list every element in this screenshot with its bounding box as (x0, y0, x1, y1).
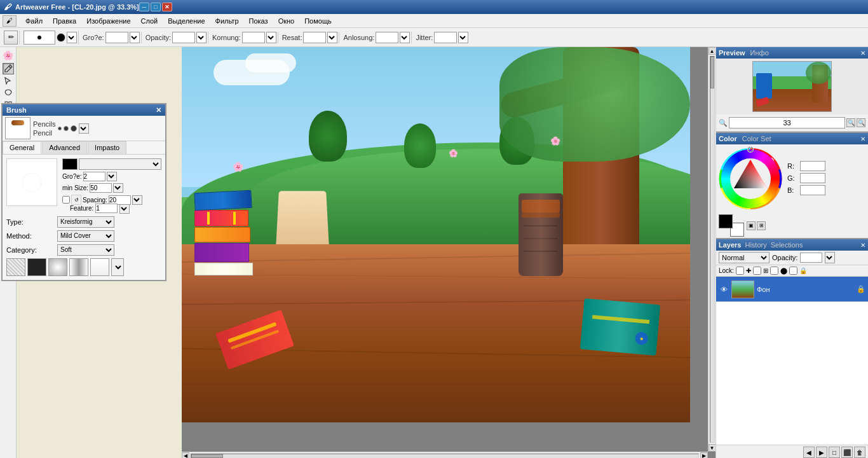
min-size-input[interactable] (90, 183, 112, 193)
minimize-button[interactable]: ─ (139, 3, 149, 11)
kornung-input[interactable]: 100 (242, 32, 265, 43)
spacing-dropdown[interactable] (132, 195, 142, 205)
add-layer-btn[interactable]: □ (829, 447, 840, 458)
delete-layer-btn[interactable]: 🗑 (854, 447, 865, 458)
texture-1[interactable] (6, 258, 25, 276)
kornung-dropdown[interactable] (266, 32, 276, 43)
opacity-dropdown[interactable] (825, 252, 835, 263)
size-dropdown[interactable] (130, 32, 140, 43)
navigate-right-btn[interactable]: ▶ (816, 447, 827, 458)
layers-close[interactable]: ✕ (860, 242, 865, 249)
scroll-down-btn[interactable]: ▼ (709, 444, 716, 452)
type-select[interactable]: Kreisformig (57, 216, 114, 228)
feature-input[interactable] (95, 204, 118, 213)
tab-advanced[interactable]: Advanced (42, 141, 87, 154)
layers-tab[interactable]: Layers (719, 241, 741, 249)
preview-close[interactable]: ✕ (860, 50, 865, 57)
zoom-minus-btn[interactable]: 🔍 (846, 118, 855, 127)
feature-dropdown[interactable] (119, 204, 130, 214)
close-button[interactable]: ✕ (162, 3, 172, 11)
zoom-plus-btn[interactable]: 🔍 (857, 118, 865, 127)
lock-check1[interactable] (736, 267, 744, 275)
layer-item[interactable]: 👁 Фон 🔒 (716, 277, 868, 302)
menu-help[interactable]: Помощь (299, 16, 337, 26)
lasso-tool[interactable] (3, 87, 14, 99)
texture-3[interactable] (48, 258, 67, 276)
special-tool-icon[interactable]: 🌸 (1, 48, 15, 62)
opacity-dropdown[interactable] (196, 32, 207, 43)
min-size-dropdown[interactable] (113, 183, 123, 193)
color-black[interactable] (62, 158, 78, 170)
resat-input[interactable]: 100 (303, 32, 326, 43)
color-tab[interactable]: Color (719, 135, 737, 142)
info-tab[interactable]: Инфо (750, 49, 769, 57)
scroll-right-btn[interactable]: ▶ (700, 452, 708, 459)
fg-swatch[interactable] (719, 214, 733, 228)
anlosung-input[interactable]: 0 (376, 32, 398, 43)
v-scroll-thumb[interactable] (710, 57, 714, 88)
lock-check3[interactable] (770, 267, 778, 275)
texture-2[interactable] (27, 258, 46, 276)
layer-eye-icon[interactable]: 👁 (719, 284, 729, 295)
menu-image[interactable]: Изображение (81, 16, 135, 26)
brush-dot-dropdown[interactable] (79, 123, 89, 134)
h-scroll-thumb[interactable] (191, 454, 223, 458)
history-tab[interactable]: History (745, 241, 766, 249)
texture-4[interactable] (69, 258, 88, 276)
v-scroll-track[interactable] (710, 56, 715, 443)
texture-5[interactable] (90, 258, 109, 276)
menu-edit[interactable]: Правка (48, 16, 81, 26)
g-input[interactable]: 0 (800, 173, 825, 183)
lock-check4[interactable] (789, 267, 797, 275)
texture-dropdown[interactable] (111, 258, 124, 276)
canvas-area[interactable]: 🌸 🌸 🌸 (182, 47, 715, 458)
menu-select[interactable]: Выделение (163, 16, 210, 26)
h-scroll-track[interactable] (191, 454, 699, 459)
navigate-left-btn[interactable]: ◀ (803, 447, 815, 458)
opacity-input[interactable]: 100 (800, 253, 822, 263)
menu-view[interactable]: Показ (244, 16, 273, 26)
groesse-input[interactable] (83, 172, 105, 181)
menu-layer[interactable]: Слой (136, 16, 163, 26)
jitter-dropdown[interactable] (458, 32, 468, 43)
main-canvas[interactable]: 🌸 🌸 🌸 (182, 47, 690, 422)
lock-check2[interactable] (753, 267, 761, 275)
menu-icon[interactable]: 🖌 (3, 15, 17, 27)
menu-filter[interactable]: Фильтр (210, 16, 244, 26)
r-input[interactable]: 0 (800, 161, 825, 171)
maximize-button[interactable]: □ (151, 3, 161, 11)
brush-size-dropdown[interactable] (67, 32, 77, 43)
resat-dropdown[interactable] (327, 32, 337, 43)
color-set-tab[interactable]: Color Set (742, 135, 771, 142)
brush-panel-close[interactable]: ✕ (156, 106, 161, 114)
zoom-search-input[interactable] (729, 117, 845, 128)
gradient-btn[interactable]: ▣ (747, 221, 756, 230)
color-panel-close[interactable]: ✕ (860, 135, 865, 142)
category-select[interactable]: Soft (57, 244, 114, 256)
color-wheel[interactable] (719, 147, 782, 211)
scroll-left-btn[interactable]: ◀ (182, 452, 189, 459)
brush-icon-btn[interactable]: ✏ (4, 31, 18, 45)
groesse-dropdown[interactable] (107, 172, 117, 181)
pattern-btn[interactable]: ⊞ (757, 221, 766, 230)
selections-tab[interactable]: Selections (771, 241, 803, 249)
opacity-input[interactable]: 100 (172, 32, 195, 43)
preview-tab[interactable]: Preview (719, 49, 745, 57)
rotation-checkbox[interactable] (62, 196, 70, 204)
brush-color-dropdown[interactable] (79, 158, 161, 170)
size-input[interactable]: 2 (105, 32, 128, 43)
menu-window[interactable]: Окно (273, 16, 300, 26)
b-input[interactable]: 0 (800, 185, 825, 195)
select-tool[interactable] (3, 75, 14, 87)
anlosung-dropdown[interactable] (400, 32, 410, 43)
tab-general[interactable]: General (3, 141, 41, 154)
jitter-input[interactable]: 0 (434, 32, 457, 43)
method-select[interactable]: Mild Cover (57, 230, 114, 242)
pencil-tool[interactable] (3, 63, 14, 74)
h-scrollbar[interactable]: ◀ ▶ (182, 452, 708, 458)
scroll-up-btn[interactable]: ▲ (709, 47, 716, 55)
tab-impasto[interactable]: Impasto (88, 141, 126, 154)
merge-layer-btn[interactable]: ⬛ (841, 447, 853, 458)
v-scrollbar[interactable]: ▲ ▼ (708, 47, 715, 452)
menu-file[interactable]: Файл (20, 16, 48, 26)
